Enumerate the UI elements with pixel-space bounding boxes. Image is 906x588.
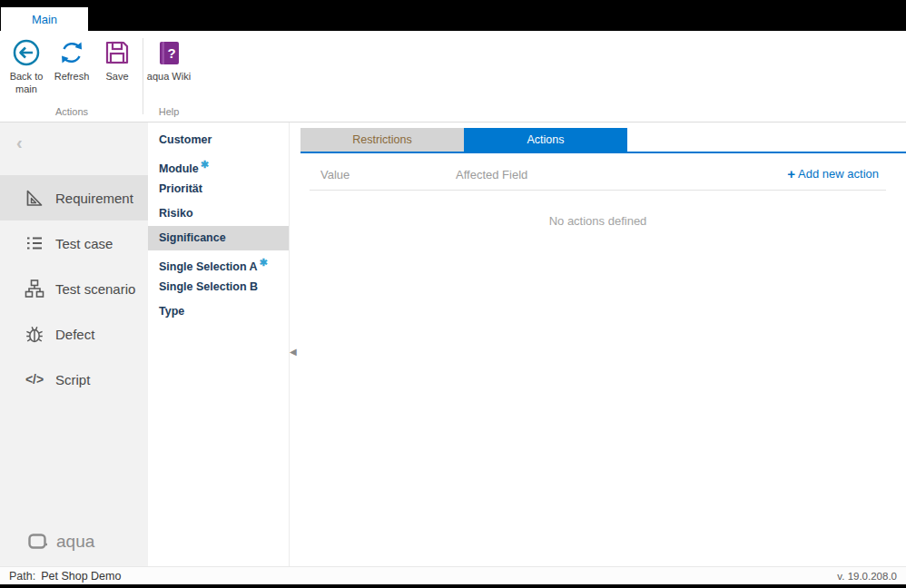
tab-actions[interactable]: Actions — [464, 128, 627, 152]
sidebar-item-test-scenario[interactable]: Test scenario — [0, 266, 148, 311]
app-window: Main Back to main — [0, 0, 906, 588]
main-area: ‹ Requirement — [0, 122, 906, 566]
field-item-single-selection-b[interactable]: Single Selection B — [148, 275, 289, 299]
sidebar-item-label: Script — [55, 372, 90, 387]
tab-restrictions[interactable]: Restrictions — [300, 128, 464, 152]
column-header-value: Value — [320, 168, 350, 181]
sidebar-item-defect[interactable]: Defect — [0, 311, 148, 357]
path-value: Pet Shop Demo — [41, 570, 121, 583]
version-label: v. 19.0.208.0 — [837, 571, 897, 582]
sidebar-item-label: Defect — [55, 327, 94, 342]
ribbon-tab-main[interactable]: Main — [1, 7, 88, 31]
required-asterisk: ✱ — [201, 159, 209, 170]
field-label: Risiko — [159, 207, 193, 220]
ribbon: Back to main Refresh — [0, 31, 906, 122]
sidebar-item-label: Test scenario — [55, 281, 135, 297]
field-label: Priorität — [159, 182, 202, 195]
field-label: Type — [159, 305, 184, 318]
refresh-button[interactable]: Refresh — [49, 31, 94, 106]
field-label: Module — [159, 162, 199, 175]
svg-text:?: ? — [167, 45, 175, 61]
aqua-logo: aqua — [27, 532, 94, 552]
back-to-main-button[interactable]: Back to main — [4, 31, 49, 106]
field-item-risiko[interactable]: Risiko — [148, 201, 289, 226]
content-panel: ◀ Restrictions Actions Value Affected Fi… — [290, 122, 906, 566]
content-tabs: Restrictions Actions — [300, 128, 906, 153]
field-item-module[interactable]: Module✱ — [148, 152, 289, 177]
required-asterisk: ✱ — [260, 257, 268, 268]
sidebar-nav: Requirement Test case — [0, 175, 148, 402]
ribbon-separator — [143, 38, 143, 114]
field-list: Customer Module✱ Priorität Risiko Signif… — [148, 122, 290, 566]
sidebar-collapse-button[interactable]: ‹ — [0, 122, 148, 152]
aqua-logo-icon — [27, 532, 49, 552]
field-label: Customer — [159, 133, 212, 146]
test-scenario-hierarchy-icon — [24, 278, 45, 299]
save-button[interactable]: Save — [94, 31, 140, 106]
save-label: Save — [105, 71, 128, 83]
sidebar-item-label: Test case — [55, 236, 113, 251]
sidebar-item-script[interactable]: </> Script — [0, 357, 148, 402]
empty-state-text: No actions defined — [290, 214, 906, 228]
ribbon-group-actions: Back to main Refresh — [4, 31, 140, 122]
sidebar-item-requirement[interactable]: Requirement — [0, 175, 148, 220]
column-header-affected-field: Affected Field — [456, 168, 527, 181]
defect-bug-icon — [24, 323, 45, 345]
add-new-action-label: Add new action — [798, 167, 879, 181]
ribbon-group-help: ? aqua Wiki Help — [146, 31, 192, 122]
group-label-actions: Actions — [4, 106, 140, 122]
field-item-single-selection-a[interactable]: Single Selection A✱ — [148, 250, 289, 275]
path-indicator: Path:Pet Shop Demo — [9, 570, 121, 583]
field-label: Single Selection A — [159, 260, 258, 273]
bottom-strip — [0, 584, 906, 588]
title-bar: Main — [0, 0, 906, 31]
sidebar-item-label: Requirement — [55, 191, 133, 206]
wiki-book-icon: ? — [153, 37, 184, 68]
sidebar-item-test-case[interactable]: Test case — [0, 220, 148, 266]
field-item-customer[interactable]: Customer — [148, 128, 289, 152]
field-item-type[interactable]: Type — [148, 299, 289, 324]
test-case-list-icon — [24, 232, 45, 254]
field-label: Single Selection B — [159, 280, 258, 293]
script-code-icon: </> — [24, 372, 45, 387]
back-circle-icon — [11, 37, 42, 68]
aqua-wiki-label: aqua Wiki — [147, 71, 191, 83]
requirement-setsquare-icon — [24, 187, 45, 209]
refresh-label: Refresh — [54, 71, 90, 83]
field-item-significance[interactable]: Significance — [148, 226, 289, 250]
group-label-help: Help — [146, 106, 192, 122]
field-item-prioritaet[interactable]: Priorität — [148, 177, 289, 201]
plus-icon: + — [787, 167, 795, 181]
back-to-main-label: Back to main — [4, 71, 49, 96]
refresh-icon — [56, 37, 87, 68]
status-bar: Path:Pet Shop Demo v. 19.0.208.0 — [0, 566, 906, 584]
aqua-logo-text: aqua — [56, 532, 94, 552]
path-label: Path: — [9, 570, 35, 583]
actions-table-header: Value Affected Field + Add new action — [310, 161, 886, 191]
sidebar: ‹ Requirement — [0, 122, 148, 566]
add-new-action-link[interactable]: + Add new action — [787, 167, 879, 181]
collapse-panel-arrow[interactable]: ◀ — [290, 347, 297, 357]
save-floppy-icon — [102, 37, 133, 68]
field-label: Significance — [159, 231, 226, 244]
aqua-wiki-button[interactable]: ? aqua Wiki — [146, 31, 192, 106]
